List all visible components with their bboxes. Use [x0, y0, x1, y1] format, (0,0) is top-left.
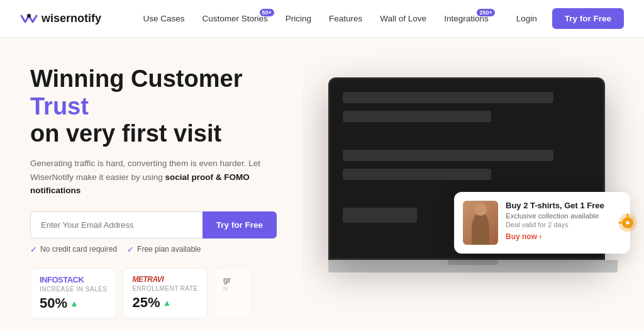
- trust-badge-free-plan: ✓ Free plan available: [127, 245, 201, 254]
- brand-logo[interactable]: wisernotify: [20, 12, 101, 26]
- infostack-value: 50% ▲: [40, 295, 107, 311]
- notification-product-image: [463, 201, 498, 245]
- screen-bar-5: [343, 208, 417, 223]
- email-form: Try for Free: [30, 211, 277, 238]
- svg-point-4: [626, 221, 629, 224]
- notification-validity: Deal valid for 2 days: [506, 221, 621, 228]
- hero-visual: Buy 2 T-shirts, Get 1 Free Exclusive col…: [302, 38, 644, 331]
- navbar: wisernotify Use Cases Customer Stories 5…: [0, 0, 644, 38]
- up-arrow-icon-2: ▲: [162, 298, 171, 308]
- svg-point-0: [27, 14, 31, 18]
- metravi-value: 25% ▲: [132, 295, 197, 311]
- screen-bar-3: [343, 150, 553, 161]
- nav-wall-of-love[interactable]: Wall of Love: [372, 10, 434, 27]
- check-icon-2: ✓: [127, 245, 134, 254]
- nav-customer-stories[interactable]: Customer Stories 50+: [194, 10, 275, 27]
- stat-card-infostack: INFOSTACK INCREASE IN SALES 50% ▲: [30, 268, 116, 318]
- notification-text: Buy 2 T-shirts, Get 1 Free Exclusive col…: [506, 201, 621, 241]
- nav-features[interactable]: Features: [321, 10, 370, 27]
- laptop-mockup: Buy 2 T-shirts, Get 1 Free Exclusive col…: [328, 77, 618, 291]
- form-cta-button[interactable]: Try for Free: [203, 211, 277, 238]
- notification-popup: Buy 2 T-shirts, Get 1 Free Exclusive col…: [454, 192, 630, 254]
- trust-badges: ✓ No credit card required ✓ Free plan av…: [30, 245, 277, 254]
- integrations-badge: 250+: [477, 9, 494, 16]
- login-button[interactable]: Login: [506, 10, 547, 27]
- laptop-notch: [448, 260, 498, 265]
- infostack-logo: INFOSTACK: [40, 275, 107, 284]
- trust-badge-no-cc: ✓ No credit card required: [30, 245, 117, 254]
- laptop-base: [328, 260, 618, 272]
- up-arrow-icon: ▲: [70, 298, 79, 308]
- nav-links: Use Cases Customer Stories 50+ Pricing F…: [135, 10, 496, 27]
- stat-cards: INFOSTACK INCREASE IN SALES 50% ▲ METRAV…: [30, 268, 277, 318]
- hero-heading: Winning Customer Trust on very first vis…: [30, 65, 277, 148]
- person-figure: [472, 212, 489, 245]
- nav-try-free-button[interactable]: Try for Free: [552, 8, 624, 29]
- screen-bar-1: [343, 92, 553, 103]
- tag-icon: [616, 211, 639, 234]
- screen-bar-4: [343, 169, 491, 180]
- nav-integrations[interactable]: Integrations 250+: [436, 10, 496, 27]
- notification-cta[interactable]: Buy now ›: [506, 232, 621, 241]
- screen-bar-2: [343, 111, 491, 122]
- hero-section: Winning Customer Trust on very first vis…: [0, 38, 302, 331]
- stat-card-gr: gr N: [214, 268, 252, 318]
- stat-card-metravi: METRAVI ENROLLMENT RATE 25% ▲: [123, 268, 207, 318]
- notification-title: Buy 2 T-shirts, Get 1 Free: [506, 201, 621, 210]
- gr-logo: gr: [223, 275, 242, 284]
- customer-stories-badge: 50+: [260, 9, 274, 16]
- nav-use-cases[interactable]: Use Cases: [135, 10, 192, 27]
- email-input[interactable]: [30, 211, 203, 238]
- main-content: Winning Customer Trust on very first vis…: [0, 38, 644, 331]
- hero-subtext: Generating traffic is hard, converting t…: [30, 157, 269, 198]
- metravi-logo: METRAVI: [132, 275, 197, 284]
- nav-pricing[interactable]: Pricing: [278, 10, 319, 27]
- notification-desc: Exclusive collection available: [506, 212, 621, 220]
- check-icon: ✓: [30, 245, 37, 254]
- brand-name: wisernotify: [42, 12, 101, 25]
